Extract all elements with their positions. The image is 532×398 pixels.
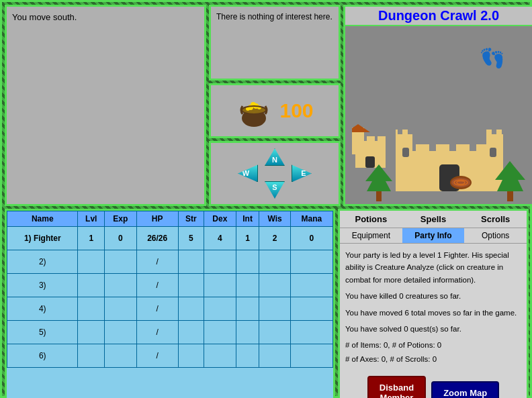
table-cell (204, 297, 236, 321)
table-cell: / (136, 297, 178, 321)
compass-south-button[interactable]: S (265, 181, 285, 199)
table-cell (290, 274, 332, 297)
table-cell: 5) (7, 321, 78, 344)
col-header-name: Name (7, 211, 78, 227)
col-header-hp: HP (136, 211, 178, 227)
table-cell (78, 344, 105, 368)
compass-panel: N S W E (209, 141, 341, 206)
table-cell (104, 297, 136, 321)
svg-rect-28 (352, 131, 364, 154)
table-cell (78, 321, 105, 344)
col-header-dex: Dex (204, 211, 236, 227)
table-cell: 2) (7, 250, 78, 274)
table-cell (259, 321, 290, 344)
treasure-panel: 100 (209, 83, 341, 138)
tree-right-icon (495, 161, 525, 201)
table-cell: / (136, 344, 178, 368)
table-cell: 26/26 (136, 227, 178, 250)
north-label: N (272, 156, 277, 164)
party-info-line2: You have killed 0 creatures so far. (345, 290, 521, 302)
table-cell (259, 344, 290, 368)
tab-potions[interactable]: Potions (340, 211, 402, 228)
west-label: W (242, 169, 249, 177)
main-tabs: Potions Spells Scrolls (340, 211, 527, 228)
svg-rect-26 (367, 136, 375, 146)
castle-small-icon (352, 124, 389, 168)
subtab-party-info[interactable]: Party Info (402, 228, 465, 243)
table-row[interactable]: 6) / (7, 344, 333, 368)
party-info-line5: # of Items: 0, # of Potions: 0 (345, 339, 521, 351)
table-cell: / (136, 250, 178, 274)
game-log-text: You move south. (12, 12, 77, 22)
table-cell: 1 (78, 227, 105, 250)
item-panel: Potions Spells Scrolls Equipment Party I… (338, 209, 529, 398)
subtab-options[interactable]: Options (464, 228, 527, 243)
table-cell (290, 321, 332, 344)
svg-rect-20 (496, 130, 502, 138)
svg-marker-31 (352, 124, 370, 132)
action-buttons: Disband Member Zoom Map (340, 370, 527, 398)
disband-member-button[interactable]: Disband Member (367, 376, 426, 398)
svg-marker-34 (365, 164, 392, 191)
table-row[interactable]: 5) / (7, 321, 333, 344)
table-cell: 4) (7, 297, 78, 321)
svg-rect-17 (396, 130, 398, 138)
table-cell (259, 250, 290, 274)
col-header-exp: Exp (104, 211, 136, 227)
table-cell (236, 250, 259, 274)
table-cell (104, 250, 136, 274)
table-cell (236, 321, 259, 344)
table-cell (204, 321, 236, 344)
table-cell (178, 250, 204, 274)
svg-rect-27 (378, 136, 386, 146)
svg-rect-22 (402, 148, 409, 157)
table-cell (236, 344, 259, 368)
table-cell: / (136, 321, 178, 344)
svg-rect-10 (416, 144, 429, 158)
col-header-int: Int (236, 211, 259, 227)
table-row[interactable]: 3) / (7, 274, 333, 297)
dungeon-title: Dungeon Crawl 2.0 (345, 7, 532, 26)
table-row[interactable]: 1) Fighter1026/2654120 (7, 227, 333, 250)
table-cell: 6) (7, 344, 78, 368)
svg-rect-23 (490, 148, 496, 157)
table-cell (178, 297, 204, 321)
table-cell (204, 274, 236, 297)
svg-rect-11 (436, 144, 449, 158)
col-header-str: Str (178, 211, 204, 227)
south-label: S (272, 183, 277, 191)
description-text: There is nothing of interest here. (216, 12, 332, 21)
compass-west-button[interactable]: W (238, 164, 258, 182)
compass-east-button[interactable]: E (292, 164, 312, 182)
tab-spells[interactable]: Spells (402, 211, 465, 228)
east-label: E (301, 169, 306, 177)
table-cell: 5 (178, 227, 204, 250)
svg-marker-36 (495, 161, 525, 191)
table-cell (290, 344, 332, 368)
table-cell: 1 (236, 227, 259, 250)
party-info-line4: You have solved 0 quest(s) so far. (345, 323, 521, 335)
zoom-map-button[interactable]: Zoom Map (431, 381, 499, 398)
col-header-wis: Wis (259, 211, 290, 227)
tree-left-icon (365, 164, 392, 201)
compass-north-button[interactable]: N (265, 148, 285, 166)
party-info-line1: Your party is led by a level 1 Fighter. … (345, 249, 521, 286)
svg-rect-33 (376, 190, 382, 201)
col-header-mana: Mana (290, 211, 332, 227)
table-cell: / (136, 274, 178, 297)
game-log-panel: You move south. (5, 5, 206, 206)
tab-scrolls[interactable]: Scrolls (464, 211, 527, 228)
table-cell: 4 (204, 227, 236, 250)
pot-icon (236, 93, 273, 130)
subtab-equipment[interactable]: Equipment (340, 228, 402, 243)
table-row[interactable]: 2) / (7, 250, 333, 274)
character-table-panel: Name Lvl Exp HP Str Dex Int Wis Mana 1) … (5, 209, 335, 398)
table-cell (204, 344, 236, 368)
table-cell (204, 250, 236, 274)
table-row[interactable]: 4) / (7, 297, 333, 321)
table-cell (78, 250, 105, 274)
table-cell: 0 (290, 227, 332, 250)
dungeon-scene-panel: Dungeon Crawl 2.0 (343, 5, 532, 206)
col-header-lvl: Lvl (78, 211, 105, 227)
table-cell (290, 250, 332, 274)
